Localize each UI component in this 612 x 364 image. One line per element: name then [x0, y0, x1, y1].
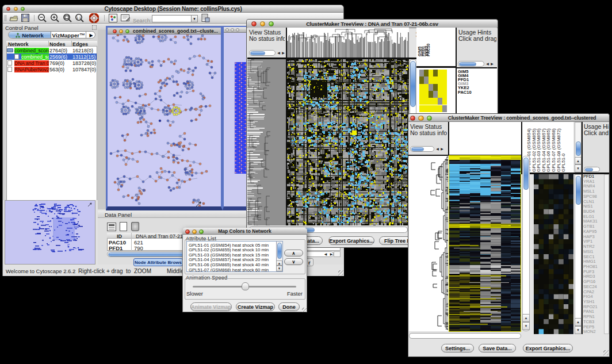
svg-text:1:1: 1:1: [76, 16, 82, 20]
